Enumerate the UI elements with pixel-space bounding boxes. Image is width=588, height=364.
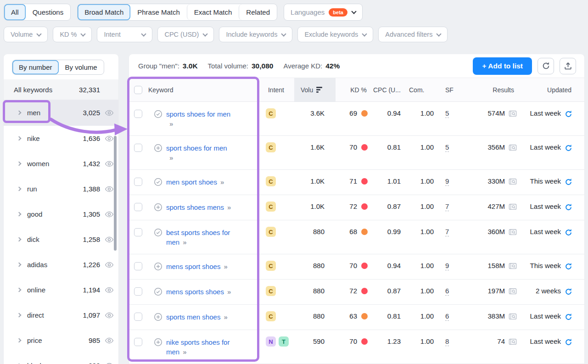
add-to-list-button[interactable]: + Add to list: [473, 57, 532, 75]
languages-dropdown[interactable]: Languages beta: [284, 4, 363, 21]
sidebar-group-dick[interactable]: dick 1,258: [4, 227, 118, 252]
expand-keyword-icon[interactable]: »: [183, 238, 187, 246]
expand-keyword-icon[interactable]: »: [227, 288, 231, 296]
tab-related[interactable]: Related: [239, 4, 277, 20]
refresh-metrics-icon[interactable]: [565, 110, 572, 118]
sidebar-group-black[interactable]: black 980: [4, 353, 118, 364]
filter-advanced-filters[interactable]: Advanced filters: [378, 27, 448, 42]
eye-icon[interactable]: [105, 311, 114, 320]
filter-intent[interactable]: Intent: [97, 27, 152, 42]
refresh-metrics-icon[interactable]: [565, 178, 572, 186]
toggle-by-volume[interactable]: By volume: [59, 60, 104, 74]
sf-value[interactable]: 5: [445, 109, 449, 118]
filter-include-keywords[interactable]: Include keywords: [219, 27, 292, 42]
column-header-cpc[interactable]: CPC (U...: [372, 78, 409, 101]
filter-exclude-keywords[interactable]: Exclude keywords: [297, 27, 373, 42]
row-checkbox[interactable]: [134, 313, 142, 321]
keyword-link[interactable]: sport shoes for men»: [166, 143, 227, 162]
serp-features-icon[interactable]: [509, 313, 517, 321]
serp-features-icon[interactable]: [509, 262, 517, 270]
added-to-list-icon[interactable]: [154, 287, 162, 296]
row-checkbox[interactable]: [134, 338, 142, 346]
serp-features-icon[interactable]: [509, 110, 517, 118]
refresh-metrics-icon[interactable]: [565, 288, 572, 296]
row-checkbox[interactable]: [134, 178, 142, 186]
sf-value[interactable]: 8: [445, 337, 449, 346]
added-to-list-icon[interactable]: [154, 228, 162, 237]
eye-icon[interactable]: [105, 260, 114, 269]
column-header-sf[interactable]: SF: [441, 78, 464, 101]
column-header-kd[interactable]: KD %: [336, 78, 372, 101]
refresh-button[interactable]: [538, 58, 554, 74]
eye-icon[interactable]: [105, 336, 114, 345]
sidebar-group-nike[interactable]: nike 1,636: [4, 126, 118, 151]
refresh-metrics-icon[interactable]: [565, 263, 572, 270]
tab-exact-match[interactable]: Exact Match: [187, 4, 239, 20]
select-all-checkbox[interactable]: [134, 86, 142, 94]
sf-value[interactable]: 7: [445, 228, 449, 236]
eye-icon[interactable]: [105, 361, 114, 364]
eye-icon[interactable]: [105, 185, 114, 194]
refresh-metrics-icon[interactable]: [565, 338, 572, 346]
eye-icon[interactable]: [105, 210, 114, 219]
expand-keyword-icon[interactable]: »: [224, 263, 228, 270]
sf-value[interactable]: 5: [445, 143, 449, 152]
column-header-updated[interactable]: Updated: [526, 78, 584, 101]
column-header-volume[interactable]: Volu: [294, 78, 336, 101]
sf-value[interactable]: 7: [445, 202, 449, 211]
expand-keyword-icon[interactable]: »: [169, 154, 174, 162]
refresh-metrics-icon[interactable]: [565, 144, 572, 152]
add-to-list-icon[interactable]: [154, 144, 162, 152]
keyword-link[interactable]: men sport shoes»: [166, 177, 224, 187]
tab-broad-match[interactable]: Broad Match: [78, 4, 130, 20]
filter-volume[interactable]: Volume: [4, 27, 48, 42]
sidebar-group-all-keywords[interactable]: All keywords 32,331: [4, 79, 118, 100]
add-to-list-icon[interactable]: [154, 313, 162, 321]
serp-features-icon[interactable]: [509, 178, 517, 186]
sidebar-group-good[interactable]: good 1,305: [4, 202, 118, 227]
keyword-link[interactable]: mens sport shoes»: [166, 262, 228, 271]
sidebar-scrollbar[interactable]: [114, 136, 117, 251]
sf-value[interactable]: 9: [445, 177, 449, 186]
keyword-link[interactable]: mens sports shoes»: [166, 287, 231, 297]
eye-icon[interactable]: [105, 108, 114, 118]
refresh-metrics-icon[interactable]: [565, 229, 572, 236]
serp-features-icon[interactable]: [509, 287, 517, 296]
tab-phrase-match[interactable]: Phrase Match: [130, 4, 187, 20]
keyword-link[interactable]: nike sports shoes formen»: [166, 337, 230, 357]
column-header-results[interactable]: Results: [464, 78, 526, 101]
add-to-list-icon[interactable]: [154, 338, 162, 347]
row-checkbox[interactable]: [134, 287, 142, 296]
tab-all[interactable]: All: [4, 4, 26, 20]
eye-icon[interactable]: [105, 235, 114, 244]
tab-questions[interactable]: Questions: [26, 4, 71, 20]
row-checkbox[interactable]: [134, 203, 142, 211]
serp-features-icon[interactable]: [509, 228, 517, 236]
refresh-metrics-icon[interactable]: [565, 203, 572, 211]
eye-icon[interactable]: [105, 286, 114, 295]
sidebar-group-price[interactable]: price 985: [4, 328, 118, 353]
sidebar-group-online[interactable]: online 1,194: [4, 277, 118, 302]
eye-icon[interactable]: [105, 159, 114, 168]
sidebar-group-run[interactable]: run 1,388: [4, 176, 118, 202]
eye-icon[interactable]: [105, 134, 114, 143]
filter-cpc-usd-[interactable]: CPC (USD): [157, 27, 214, 42]
column-header-com[interactable]: Com.: [409, 78, 441, 101]
row-checkbox[interactable]: [134, 110, 142, 118]
add-to-list-icon[interactable]: [154, 203, 162, 212]
expand-keyword-icon[interactable]: »: [183, 348, 187, 356]
refresh-metrics-icon[interactable]: [565, 313, 572, 321]
export-button[interactable]: [560, 58, 576, 74]
expand-keyword-icon[interactable]: »: [227, 203, 231, 211]
row-checkbox[interactable]: [134, 228, 142, 236]
expand-keyword-icon[interactable]: »: [224, 313, 228, 321]
sf-value[interactable]: 6: [445, 312, 449, 321]
toggle-by-number[interactable]: By number: [12, 60, 59, 74]
serp-features-icon[interactable]: [509, 203, 517, 211]
keyword-link[interactable]: sports shoes for men»: [166, 109, 230, 129]
serp-features-icon[interactable]: [509, 338, 517, 346]
sidebar-group-direct[interactable]: direct 1,097: [4, 302, 118, 328]
expand-keyword-icon[interactable]: »: [220, 178, 224, 186]
keyword-link[interactable]: best sports shoes formen»: [166, 228, 230, 247]
keyword-link[interactable]: sports men shoes»: [166, 312, 228, 322]
